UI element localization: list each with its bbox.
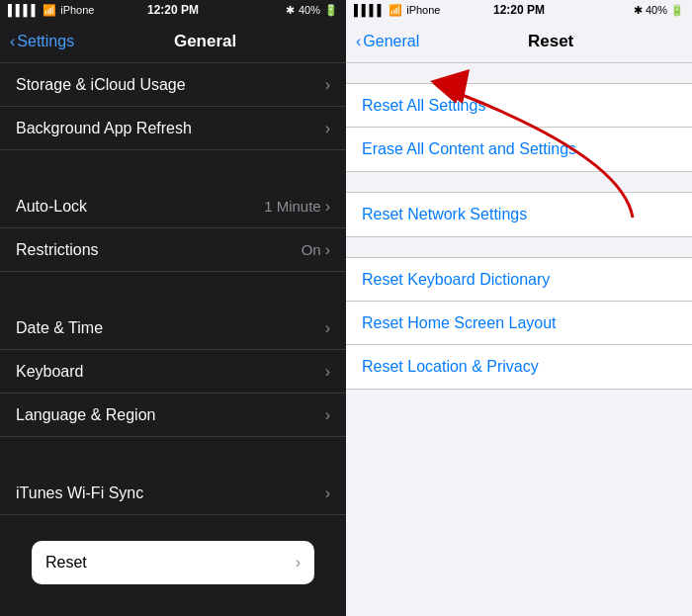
battery-level: 40% bbox=[299, 4, 320, 16]
left-status-bar: ▌▌▌▌ 📶 iPhone 12:20 PM ✱ 40% 🔋 bbox=[0, 0, 346, 20]
autolock-label: Auto-Lock bbox=[16, 198, 87, 216]
settings-item-itunes-sync[interactable]: iTunes Wi-Fi Sync › bbox=[0, 472, 346, 515]
right-back-button[interactable]: ‹ General bbox=[356, 33, 419, 50]
right-signal-icon: ▌▌▌▌ bbox=[354, 4, 385, 16]
bluetooth-icon: ✱ bbox=[286, 4, 295, 17]
right-nav-bar: ‹ General Reset bbox=[346, 20, 692, 63]
signal-icon: ▌▌▌▌ bbox=[8, 4, 39, 16]
language-label: Language & Region bbox=[16, 406, 155, 424]
right-nav-title: Reset bbox=[419, 32, 682, 51]
storage-value: › bbox=[325, 76, 330, 94]
datetime-label: Date & Time bbox=[16, 319, 103, 337]
reset-keyboard-dict-label: Reset Keyboard Dictionary bbox=[362, 271, 550, 289]
reset-row[interactable]: Reset › bbox=[32, 541, 314, 584]
right-status-carrier: ▌▌▌▌ 📶 iPhone bbox=[354, 4, 440, 17]
settings-item-storage[interactable]: Storage & iCloud Usage › bbox=[0, 63, 346, 107]
keyboard-value: › bbox=[325, 363, 330, 381]
chevron-icon: › bbox=[325, 484, 330, 502]
right-chevron-left-icon: ‹ bbox=[356, 33, 361, 50]
restrictions-value: On › bbox=[302, 241, 330, 259]
right-wifi-icon: 📶 bbox=[389, 4, 402, 17]
reset-section-3: Reset Keyboard Dictionary Reset Home Scr… bbox=[346, 257, 692, 390]
datetime-value: › bbox=[325, 319, 330, 337]
chevron-left-icon: ‹ bbox=[10, 33, 15, 50]
settings-item-autolock[interactable]: Auto-Lock 1 Minute › bbox=[0, 185, 346, 228]
left-status-right: ✱ 40% 🔋 bbox=[286, 4, 338, 17]
right-panel-wrapper: ▌▌▌▌ 📶 iPhone 12:20 PM ✱ 40% 🔋 ‹ General… bbox=[346, 0, 692, 616]
right-status-bar: ▌▌▌▌ 📶 iPhone 12:20 PM ✱ 40% 🔋 bbox=[346, 0, 692, 20]
reset-item-all-settings[interactable]: Reset All Settings bbox=[346, 84, 692, 128]
right-panel: ▌▌▌▌ 📶 iPhone 12:20 PM ✱ 40% 🔋 ‹ General… bbox=[346, 0, 692, 616]
reset-section-2: Reset Network Settings bbox=[346, 192, 692, 237]
reset-network-label: Reset Network Settings bbox=[362, 206, 527, 223]
keyboard-label: Keyboard bbox=[16, 363, 84, 381]
autolock-value: 1 Minute › bbox=[264, 198, 330, 216]
chevron-icon: › bbox=[325, 241, 330, 259]
left-settings-list: Storage & iCloud Usage › Background App … bbox=[0, 63, 346, 519]
restrictions-current: On bbox=[302, 241, 321, 258]
divider-1 bbox=[0, 150, 346, 185]
reset-list: Reset All Settings Erase All Content and… bbox=[346, 63, 692, 616]
reset-item-location-privacy[interactable]: Reset Location & Privacy bbox=[346, 345, 692, 389]
right-battery-level: 40% bbox=[646, 4, 667, 16]
wifi-icon: 📶 bbox=[43, 4, 56, 17]
erase-all-label: Erase All Content and Settings bbox=[362, 140, 576, 158]
settings-item-language[interactable]: Language & Region › bbox=[0, 394, 346, 437]
divider-2 bbox=[0, 272, 346, 307]
left-status-carrier: ▌▌▌▌ 📶 iPhone bbox=[8, 4, 94, 17]
itunes-sync-label: iTunes Wi-Fi Sync bbox=[16, 484, 143, 502]
reset-item-erase-all[interactable]: Erase All Content and Settings bbox=[346, 128, 692, 171]
left-panel: ▌▌▌▌ 📶 iPhone 12:20 PM ✱ 40% 🔋 ‹ Setting… bbox=[0, 0, 346, 616]
reset-row-container: Reset › bbox=[0, 519, 346, 616]
settings-item-restrictions[interactable]: Restrictions On › bbox=[0, 228, 346, 272]
chevron-icon: › bbox=[325, 319, 330, 337]
right-back-label[interactable]: General bbox=[363, 33, 419, 50]
chevron-icon: › bbox=[325, 363, 330, 381]
storage-label: Storage & iCloud Usage bbox=[16, 76, 186, 94]
reset-chevron-icon: › bbox=[296, 554, 301, 572]
left-back-button[interactable]: ‹ Settings bbox=[10, 33, 74, 50]
background-refresh-value: › bbox=[325, 120, 330, 137]
restrictions-label: Restrictions bbox=[16, 241, 99, 259]
right-status-right: ✱ 40% 🔋 bbox=[634, 4, 684, 17]
chevron-icon: › bbox=[325, 76, 330, 94]
reset-section-1: Reset All Settings Erase All Content and… bbox=[346, 83, 692, 172]
settings-item-datetime[interactable]: Date & Time › bbox=[0, 307, 346, 350]
reset-item-keyboard-dict[interactable]: Reset Keyboard Dictionary bbox=[346, 258, 692, 302]
chevron-icon: › bbox=[325, 198, 330, 216]
reset-row-label: Reset bbox=[45, 554, 87, 572]
right-bluetooth-icon: ✱ bbox=[634, 4, 643, 17]
settings-item-background-refresh[interactable]: Background App Refresh › bbox=[0, 107, 346, 150]
left-nav-bar: ‹ Settings General bbox=[0, 20, 346, 63]
reset-all-settings-label: Reset All Settings bbox=[362, 97, 485, 115]
right-battery-icon: 🔋 bbox=[670, 4, 684, 17]
chevron-icon: › bbox=[325, 406, 330, 424]
left-status-time: 12:20 PM bbox=[147, 3, 199, 17]
reset-item-network[interactable]: Reset Network Settings bbox=[346, 193, 692, 236]
right-status-time: 12:20 PM bbox=[493, 3, 545, 17]
divider-3 bbox=[0, 437, 346, 472]
autolock-current: 1 Minute bbox=[264, 198, 321, 215]
reset-location-privacy-label: Reset Location & Privacy bbox=[362, 358, 539, 376]
language-value: › bbox=[325, 406, 330, 424]
reset-home-screen-label: Reset Home Screen Layout bbox=[362, 314, 557, 332]
reset-item-home-screen[interactable]: Reset Home Screen Layout bbox=[346, 302, 692, 345]
battery-icon: 🔋 bbox=[324, 4, 338, 17]
left-back-label[interactable]: Settings bbox=[17, 33, 74, 50]
left-nav-title: General bbox=[74, 32, 336, 51]
background-refresh-label: Background App Refresh bbox=[16, 120, 192, 137]
settings-item-keyboard[interactable]: Keyboard › bbox=[0, 350, 346, 394]
chevron-icon: › bbox=[325, 120, 330, 137]
itunes-sync-value: › bbox=[325, 484, 330, 502]
